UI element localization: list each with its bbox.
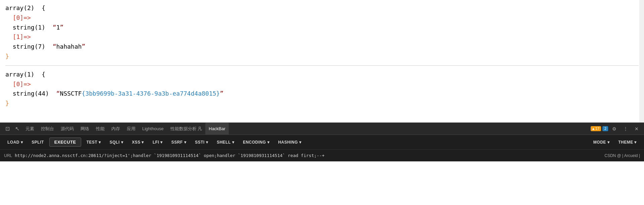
code-line: [0]=> bbox=[5, 13, 639, 23]
devtools-tab-bar: ⊡ ↖ 元素 控制台 源代码 网络 性能 内存 应用 Lighthouse 性能… bbox=[0, 122, 644, 135]
mode-button[interactable]: MODE ▾ bbox=[590, 138, 613, 146]
code-block-1: array(2) { [0]=> string(1) “1” [1]=> str… bbox=[5, 3, 639, 61]
tab-hackbar[interactable]: HackBar bbox=[205, 123, 229, 135]
xss-button[interactable]: XSS ▾ bbox=[128, 138, 147, 146]
load-button[interactable]: LOAD ▾ bbox=[4, 138, 26, 146]
code-line: [0]=> bbox=[5, 80, 639, 89]
code-line: array(1) { bbox=[5, 70, 639, 80]
shell-button[interactable]: SHELL ▾ bbox=[213, 138, 237, 146]
code-line: string(44) “NSSCTF{3bb9699b-3a31-4376-9a… bbox=[5, 89, 639, 99]
warning-badge: ▲ 17 bbox=[591, 126, 601, 131]
hackbar-right-controls: MODE ▾ THEME ▾ bbox=[590, 138, 640, 146]
devtools-inspect-icon[interactable]: ⊡ bbox=[3, 124, 12, 133]
code-line: string(7) “hahahah” bbox=[5, 42, 639, 52]
devtools-right-controls: ▲ 17 2 ⚙ ⋮ ✕ bbox=[591, 125, 642, 133]
tab-lighthouse[interactable]: Lighthouse bbox=[139, 123, 167, 135]
code-line: } bbox=[5, 52, 639, 61]
code-block-2: array(1) { [0]=> string(44) “NSSCTF{3bb9… bbox=[5, 70, 639, 108]
tab-console[interactable]: 控制台 bbox=[38, 123, 57, 135]
tab-application[interactable]: 应用 bbox=[123, 123, 139, 135]
tab-performance[interactable]: 性能 bbox=[93, 123, 108, 135]
settings-icon[interactable]: ⚙ bbox=[609, 125, 619, 133]
url-label: URL bbox=[4, 153, 12, 158]
tab-elements[interactable]: 元素 bbox=[22, 123, 38, 135]
more-icon[interactable]: ⋮ bbox=[621, 125, 631, 133]
scrollbar[interactable] bbox=[639, 0, 644, 122]
encoding-button[interactable]: ENCODING ▾ bbox=[239, 138, 273, 146]
info-badge: 2 bbox=[602, 126, 608, 131]
tab-sources[interactable]: 源代码 bbox=[57, 123, 77, 135]
code-line: array(2) { bbox=[5, 3, 639, 13]
tab-perfdata[interactable]: 性能数据分析 凡 bbox=[167, 123, 206, 135]
ssti-button[interactable]: SSTI ▾ bbox=[192, 138, 211, 146]
url-bar: URL http://node2.anna.nssctf.cn:28611/?i… bbox=[0, 149, 644, 161]
hackbar-toolbar: LOAD ▾ SPLIT EXECUTE TEST ▾ SQLI ▾ XSS ▾… bbox=[0, 135, 644, 149]
sqli-button[interactable]: SQLI ▾ bbox=[106, 138, 126, 146]
hashing-button[interactable]: HASHING ▾ bbox=[275, 138, 305, 146]
theme-button[interactable]: THEME ▾ bbox=[615, 138, 640, 146]
code-line: string(1) “1” bbox=[5, 23, 639, 33]
test-button[interactable]: TEST ▾ bbox=[83, 138, 104, 146]
lfi-button[interactable]: LFI ▾ bbox=[149, 138, 166, 146]
url-right-info: CSDN @ | Arcueid | bbox=[604, 153, 640, 158]
devtools-cursor-icon[interactable]: ↖ bbox=[12, 124, 22, 133]
url-value[interactable]: http://node2.anna.nssctf.cn:28611/?injec… bbox=[15, 153, 604, 158]
code-output-area: array(2) { [0]=> string(1) “1” [1]=> str… bbox=[0, 0, 644, 122]
code-line: [1]=> bbox=[5, 32, 639, 42]
close-icon[interactable]: ✕ bbox=[632, 125, 641, 133]
code-line: } bbox=[5, 99, 639, 108]
split-button[interactable]: SPLIT bbox=[28, 138, 47, 146]
tab-memory[interactable]: 内存 bbox=[108, 123, 123, 135]
divider-1 bbox=[5, 65, 639, 66]
execute-button[interactable]: EXECUTE bbox=[49, 138, 81, 147]
ssrf-button[interactable]: SSRF ▾ bbox=[168, 138, 190, 146]
tab-network[interactable]: 网络 bbox=[77, 123, 93, 135]
